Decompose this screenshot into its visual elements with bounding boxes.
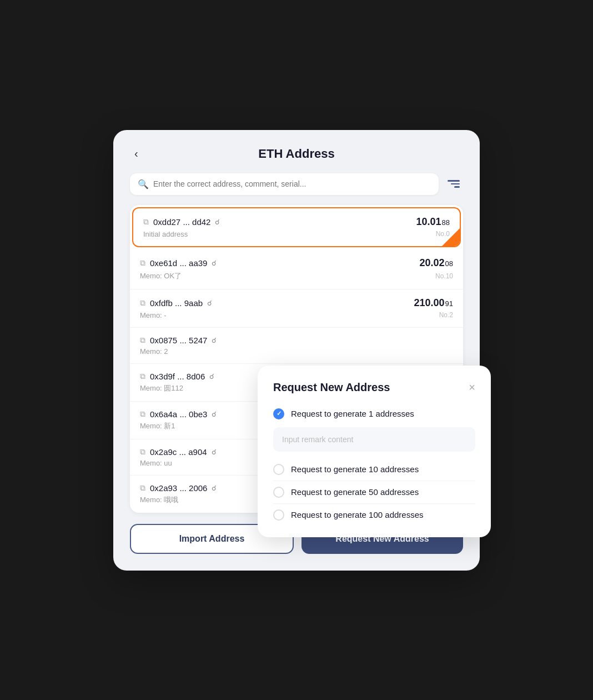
radio-option-1[interactable] (273, 464, 284, 475)
radio-option-3[interactable] (273, 509, 284, 521)
balance-main: 20.02 (419, 257, 444, 269)
radio-check-icon: ✓ (277, 410, 282, 417)
modal-title: Request New Address (273, 381, 390, 394)
address-item[interactable]: ⧉ 0xdd27 ... dd42 ☌ 10.01 88 Initial add… (132, 207, 461, 247)
balance-small: 88 (442, 218, 450, 227)
modal-close-button[interactable]: × (469, 382, 475, 393)
address-left: ⧉ 0x2a93 ... 2006 ☌ (140, 483, 217, 493)
address-search-icon[interactable]: ☌ (209, 372, 214, 381)
option-row: Request to generate 10 addresses (273, 461, 475, 478)
search-icon: 🔍 (138, 179, 149, 189)
copy-icon[interactable]: ⧉ (140, 258, 145, 268)
option-label-3: Request to generate 100 addresses (291, 510, 424, 519)
copy-icon[interactable]: ⧉ (140, 409, 145, 419)
address-text: 0x6a4a ... 0be3 (150, 409, 207, 419)
address-row-bottom: Memo: 2 (140, 347, 453, 356)
address-left: ⧉ 0xdd27 ... dd42 ☌ (143, 217, 220, 227)
request-new-address-modal: Request New Address × ✓ Request to gener… (258, 366, 491, 537)
search-input[interactable] (153, 179, 431, 188)
option-label-0: Request to generate 1 addresses (291, 409, 414, 418)
address-text: 0xdd27 ... dd42 (153, 217, 210, 227)
copy-icon[interactable]: ⧉ (140, 483, 145, 493)
memo-text: Initial address (143, 230, 188, 238)
copy-icon[interactable]: ⧉ (143, 217, 149, 227)
option-row: Request to generate 50 addresses (273, 483, 475, 501)
balance: 210.00 91 (414, 297, 453, 309)
memo-text: Memo: 新1 (140, 421, 175, 431)
address-left: ⧉ 0x2a9c ... a904 ☌ (140, 447, 217, 457)
option-label-1: Request to generate 10 addresses (291, 464, 419, 474)
page-title: ETH Address (258, 147, 334, 161)
address-left: ⧉ 0x6a4a ... 0be3 ☌ (140, 409, 217, 419)
balance-main: 210.00 (414, 297, 444, 309)
header: ‹ ETH Address (130, 147, 463, 161)
option-row-1: Request to generate 10 addresses (273, 461, 475, 481)
address-left: ⧉ 0xe61d ... aa39 ☌ (140, 258, 217, 268)
address-row-top: ⧉ 0x0875 ... 5247 ☌ (140, 336, 453, 345)
address-search-icon[interactable]: ☌ (212, 410, 217, 418)
memo-text: Memo: uu (140, 459, 172, 467)
address-search-icon[interactable]: ☌ (212, 484, 217, 492)
divider (273, 503, 475, 504)
modal-options: ✓ Request to generate 1 addresses Reques… (273, 405, 475, 524)
address-row-top: ⧉ 0xe61d ... aa39 ☌ 20.02 08 (140, 257, 453, 269)
address-search-icon[interactable]: ☌ (212, 448, 217, 456)
address-left: ⧉ 0xfdfb ... 9aab ☌ (140, 298, 212, 308)
divider (273, 481, 475, 481)
address-search-icon[interactable]: ☌ (212, 259, 217, 267)
filter-button[interactable] (444, 177, 463, 191)
app-container: ‹ ETH Address 🔍 ⧉ 0xdd27 ... dd42 ☌ (113, 130, 480, 571)
filter-line-1 (448, 180, 460, 182)
memo-text: Memo: 圆112 (140, 383, 183, 393)
address-text: 0xe61d ... aa39 (150, 258, 207, 268)
address-item[interactable]: ⧉ 0xe61d ... aa39 ☌ 20.02 08 Memo: OK了 N… (130, 249, 463, 289)
address-search-icon[interactable]: ☌ (215, 218, 220, 226)
remark-input[interactable] (273, 427, 475, 452)
radio-option-0[interactable]: ✓ (273, 408, 284, 419)
option-label-2: Request to generate 50 addresses (291, 487, 419, 497)
address-text: 0x2a9c ... a904 (150, 447, 207, 457)
filter-line-3 (454, 186, 460, 188)
no-badge: No.2 (439, 311, 453, 319)
address-text: 0x2a93 ... 2006 (150, 483, 207, 493)
active-corner (442, 228, 460, 246)
memo-text: Memo: OK了 (140, 271, 182, 281)
address-item[interactable]: ⧉ 0xfdfb ... 9aab ☌ 210.00 91 Memo: - No… (130, 289, 463, 328)
balance: 10.01 88 (416, 216, 450, 228)
address-row-bottom: Memo: - No.2 (140, 311, 453, 319)
option-row-0: ✓ Request to generate 1 addresses (273, 405, 475, 461)
address-row-top: ⧉ 0xfdfb ... 9aab ☌ 210.00 91 (140, 297, 453, 309)
address-text: 0x0875 ... 5247 (150, 336, 207, 345)
address-search-icon[interactable]: ☌ (212, 336, 217, 344)
address-search-icon[interactable]: ☌ (207, 299, 212, 307)
search-input-wrap: 🔍 (130, 173, 439, 195)
address-text: 0x3d9f ... 8d06 (150, 372, 205, 381)
balance: 20.02 08 (419, 257, 453, 269)
address-row-bottom: Initial address No.0 (143, 230, 450, 238)
filter-line-2 (451, 183, 460, 185)
option-row: Request to generate 100 addresses (273, 506, 475, 524)
copy-icon[interactable]: ⧉ (140, 372, 145, 381)
balance-main: 10.01 (416, 216, 441, 228)
option-row: ✓ Request to generate 1 addresses (273, 405, 475, 423)
address-left: ⧉ 0x0875 ... 5247 ☌ (140, 336, 217, 345)
balance-small: 08 (445, 259, 453, 268)
option-row-3: Request to generate 100 addresses (273, 506, 475, 524)
balance-small: 91 (445, 299, 453, 308)
address-item[interactable]: ⧉ 0x0875 ... 5247 ☌ Memo: 2 (130, 328, 463, 364)
memo-text: Memo: 2 (140, 347, 168, 356)
address-left: ⧉ 0x3d9f ... 8d06 ☌ (140, 372, 214, 381)
copy-icon[interactable]: ⧉ (140, 298, 145, 308)
memo-text: Memo: - (140, 311, 167, 319)
copy-icon[interactable]: ⧉ (140, 336, 145, 345)
address-row-bottom: Memo: OK了 No.10 (140, 271, 453, 281)
filter-icon (448, 180, 460, 188)
radio-option-2[interactable] (273, 487, 284, 498)
memo-text: Memo: 哦哦 (140, 495, 178, 505)
address-text: 0xfdfb ... 9aab (150, 298, 203, 308)
no-badge: No.10 (435, 272, 453, 280)
search-bar: 🔍 (130, 173, 463, 195)
back-button[interactable]: ‹ (130, 145, 143, 162)
address-row-top: ⧉ 0xdd27 ... dd42 ☌ 10.01 88 (143, 216, 450, 228)
copy-icon[interactable]: ⧉ (140, 447, 145, 457)
